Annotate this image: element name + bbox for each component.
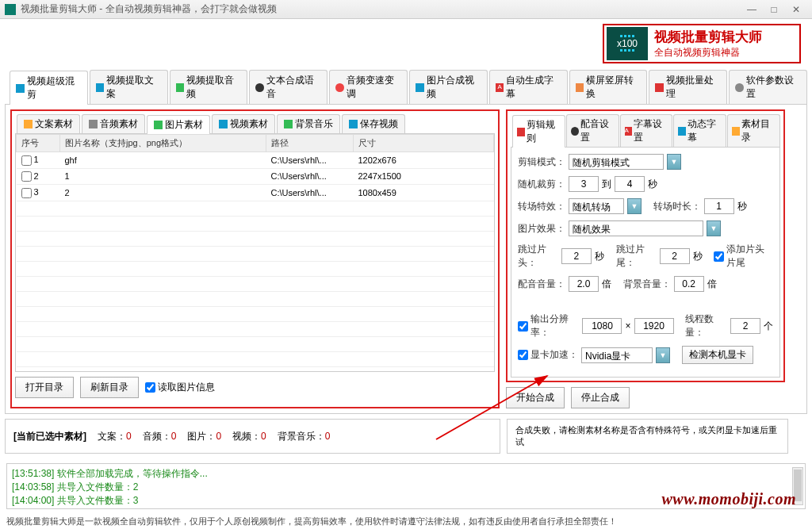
subtab-save[interactable]: 保存视频 (342, 114, 405, 133)
detect-gpu-button[interactable]: 检测本机显卡 (682, 346, 753, 364)
subtab-text[interactable]: 文案素材 (17, 114, 80, 133)
tab-mixcut[interactable]: 视频超级混剪 (10, 71, 88, 105)
add-ht-check[interactable]: 添加片头片尾 (714, 243, 773, 270)
rand-to-input[interactable] (615, 176, 645, 192)
rtab-matdir[interactable]: 素材目录 (727, 114, 780, 147)
stop-button[interactable]: 停止合成 (571, 387, 630, 408)
dropdown-icon[interactable]: ▼ (667, 154, 681, 170)
subtab-bgm[interactable]: 背景音乐 (277, 114, 340, 133)
refresh-dir-button[interactable]: 刷新目录 (80, 377, 139, 398)
banner-subtitle: 全自动视频剪辑神器 (654, 46, 799, 59)
row-checkbox[interactable] (21, 155, 32, 166)
close-button[interactable]: ✕ (785, 4, 807, 15)
bg-vol-input[interactable] (674, 276, 704, 292)
row-checkbox[interactable] (21, 171, 32, 182)
banner-title: 视频批量剪辑大师 (654, 28, 799, 46)
table-row[interactable]: 21C:\Users\rhl\...2247x1500 (17, 168, 494, 185)
table-row[interactable]: 1ghfC:\Users\rhl\...1202x676 (17, 152, 494, 169)
th-size[interactable]: 尺寸 (354, 135, 494, 152)
res-h-input[interactable] (634, 318, 674, 334)
tab-orient[interactable]: 横屏竖屏转换 (569, 70, 648, 104)
th-name[interactable]: 图片名称（支持jpg、png格式） (60, 135, 266, 152)
skip-head-input[interactable] (561, 248, 592, 264)
subtab-image[interactable]: 图片素材 (147, 115, 210, 134)
dub-vol-input[interactable] (569, 276, 599, 292)
table-row[interactable]: 32C:\Users\rhl\...1080x459 (17, 185, 494, 201)
window-title: 视频批量剪辑大师 - 全自动视频剪辑神器，会打字就会做视频 (21, 2, 277, 16)
gpu-check[interactable]: 显卡加速： (518, 348, 578, 362)
tab-autosub[interactable]: A自动生成字幕 (489, 70, 568, 104)
tab-extract-text[interactable]: 视频提取文案 (90, 70, 168, 104)
gpu-select[interactable]: Nvidia显卡 (581, 347, 653, 363)
titlebar: 视频批量剪辑大师 - 全自动视频剪辑神器，会打字就会做视频 — □ ✕ (0, 0, 812, 19)
tab-extract-audio[interactable]: 视频提取音频 (170, 70, 248, 104)
settings-panel: 剪辑规则 配音设置 A字幕设置 动态字幕 素材目录 剪辑模式：随机剪辑模式▼ 随… (506, 109, 785, 382)
rtab-dynsub[interactable]: 动态字幕 (673, 114, 726, 147)
rtab-dub[interactable]: 配音设置 (566, 114, 619, 147)
start-button[interactable]: 开始合成 (506, 387, 565, 408)
rtab-sub[interactable]: A字幕设置 (620, 114, 673, 147)
watermark: www.momobiji.com (662, 490, 797, 508)
banner: x100 视频批量剪辑大师 全自动视频剪辑神器 (603, 24, 801, 63)
read-info-check[interactable]: 读取图片信息 (145, 381, 215, 394)
app-icon (5, 4, 16, 15)
minimize-button[interactable]: — (741, 4, 763, 15)
subtab-video[interactable]: 视频素材 (212, 114, 275, 133)
th-seq[interactable]: 序号 (17, 135, 60, 152)
banner-badge: x100 (607, 27, 648, 60)
tab-batch[interactable]: 视频批量处理 (649, 70, 727, 104)
maximize-button[interactable]: □ (763, 4, 785, 15)
material-panel: 文案素材 音频素材 图片素材 视频素材 背景音乐 保存视频 序号 图片名称（支持… (10, 109, 500, 408)
subtab-audio[interactable]: 音频素材 (82, 114, 145, 133)
tab-settings[interactable]: 软件参数设置 (729, 70, 807, 104)
status-message: 合成失败，请检测素材名称是否含有特殊符号，或关闭显卡加速后重试 (507, 419, 788, 454)
material-table: 序号 图片名称（支持jpg、png格式） 路径 尺寸 1ghfC:\Users\… (16, 134, 494, 372)
res-check[interactable]: 输出分辨率： (518, 312, 579, 339)
status-selected: [当前已选中素材] 文案：0 音频：0 图片：0 视频：0 背景音乐：0 (5, 419, 500, 454)
tab-img2vid[interactable]: 图片合成视频 (409, 70, 488, 104)
threads-input[interactable] (730, 318, 760, 334)
tab-audio-speed[interactable]: 音频变速变调 (329, 70, 408, 104)
rand-from-input[interactable] (569, 176, 599, 192)
open-dir-button[interactable]: 打开目录 (15, 377, 74, 398)
tab-tts[interactable]: 文本合成语音 (249, 70, 327, 104)
skip-tail-input[interactable] (660, 248, 690, 264)
trans-select[interactable]: 随机转场 (569, 198, 624, 214)
row-checkbox[interactable] (21, 188, 32, 198)
footer-text: 视频批量剪辑大师是一款视频全自动剪辑软件，仅用于个人原创视频制作，提高剪辑效率，… (6, 516, 617, 527)
res-w-input[interactable] (582, 318, 622, 334)
th-path[interactable]: 路径 (266, 135, 354, 152)
imgfx-select[interactable]: 随机效果 (569, 220, 703, 236)
main-tabs: 视频超级混剪 视频提取文案 视频提取音频 文本合成语音 音频变速变调 图片合成视… (5, 70, 807, 105)
rtab-rules[interactable]: 剪辑规则 (512, 115, 565, 148)
edit-mode-select[interactable]: 随机剪辑模式 (569, 154, 664, 170)
trans-dur-input[interactable] (704, 198, 734, 214)
